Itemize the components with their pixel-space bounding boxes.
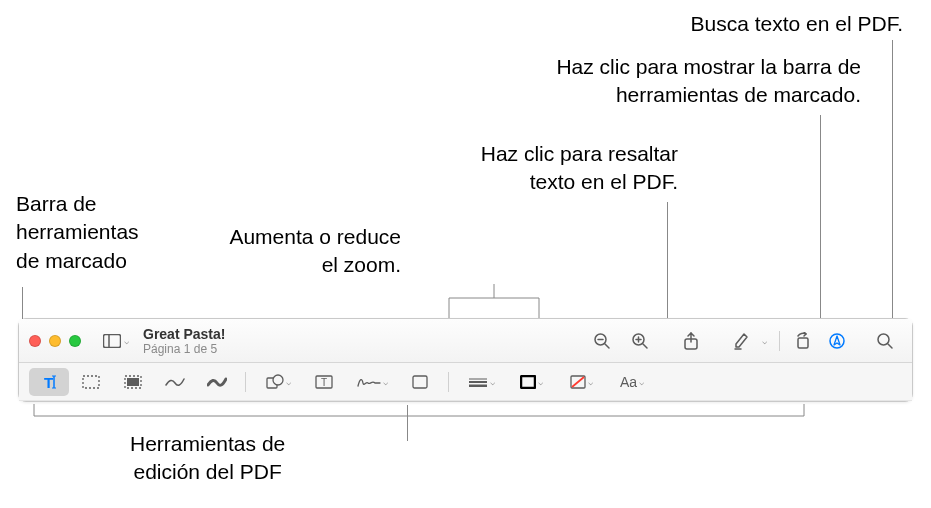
redact-tool[interactable] — [113, 368, 153, 396]
chevron-down-icon: ⌵ — [538, 377, 543, 387]
chevron-down-icon: ⌵ — [124, 336, 129, 346]
rotate-icon — [794, 332, 812, 350]
fill-color-icon — [570, 375, 586, 389]
markup-icon — [828, 332, 846, 350]
svg-line-6 — [643, 344, 647, 348]
border-color-icon — [520, 375, 536, 389]
zoom-out-icon — [593, 332, 611, 350]
svg-rect-31 — [521, 376, 535, 388]
sketch-icon — [165, 375, 185, 389]
sketch-tool[interactable] — [155, 368, 195, 396]
search-button[interactable] — [868, 327, 902, 355]
preview-window: ⌵ Great Pasta! Página 1 de 5 — [18, 318, 913, 402]
draw-icon — [207, 375, 227, 389]
zoom-out-button[interactable] — [585, 327, 619, 355]
leader-markup — [820, 115, 821, 323]
note-icon — [412, 375, 428, 389]
callout-highlight: Haz clic para resaltar texto en el PDF. — [481, 140, 678, 197]
shapes-icon — [266, 374, 284, 390]
svg-text:T: T — [321, 377, 327, 388]
zoom-in-button[interactable] — [623, 327, 657, 355]
rotate-button[interactable] — [786, 327, 820, 355]
leader-highlight — [667, 202, 668, 323]
document-title: Great Pasta! — [143, 326, 225, 342]
chevron-down-icon: ⌵ — [286, 377, 291, 387]
callout-zoom: Aumenta o reduce el zoom. — [229, 223, 401, 280]
svg-rect-27 — [413, 376, 427, 388]
redact-icon — [124, 375, 142, 389]
line-style-icon — [468, 377, 488, 387]
svg-line-33 — [572, 377, 584, 387]
textbox-tool[interactable]: T — [304, 368, 344, 396]
shapes-tool[interactable]: ⌵ — [254, 368, 302, 396]
svg-rect-22 — [127, 378, 139, 386]
zoom-in-icon — [631, 332, 649, 350]
search-icon — [876, 332, 894, 350]
text-select-tool[interactable]: T — [29, 368, 69, 396]
svg-text:T: T — [44, 374, 53, 390]
callout-edit-tools: Herramientas de edición del PDF — [130, 430, 285, 487]
document-title-block: Great Pasta! Página 1 de 5 — [143, 326, 225, 356]
note-tool[interactable] — [400, 368, 440, 396]
chevron-down-icon: ⌵ — [639, 377, 644, 387]
callout-search: Busca texto en el PDF. — [691, 10, 903, 38]
font-icon: Aa — [620, 374, 637, 390]
share-button[interactable] — [675, 327, 707, 355]
svg-rect-0 — [104, 334, 121, 347]
chevron-down-icon: ⌵ — [490, 377, 495, 387]
textbox-icon: T — [315, 375, 333, 389]
svg-line-15 — [888, 344, 892, 348]
draw-tool[interactable] — [197, 368, 237, 396]
border-color-tool[interactable]: ⌵ — [507, 368, 555, 396]
separator — [779, 331, 780, 351]
traffic-lights — [29, 335, 81, 347]
text-cursor-icon: T — [40, 374, 58, 390]
sidebar-toggle[interactable]: ⌵ — [95, 327, 137, 355]
chevron-down-icon[interactable]: ⌵ — [762, 336, 767, 346]
page-status: Página 1 de 5 — [143, 342, 225, 356]
separator — [448, 372, 449, 392]
svg-point-24 — [273, 375, 283, 385]
close-button[interactable] — [29, 335, 41, 347]
separator — [245, 372, 246, 392]
text-style-tool[interactable]: Aa ⌵ — [607, 368, 657, 396]
chevron-down-icon: ⌵ — [383, 377, 388, 387]
minimize-button[interactable] — [49, 335, 61, 347]
svg-point-14 — [878, 334, 889, 345]
chevron-down-icon: ⌵ — [588, 377, 593, 387]
edit-tools-bracket — [34, 404, 804, 424]
sign-tool[interactable]: ⌵ — [346, 368, 398, 396]
rect-select-icon — [82, 375, 100, 389]
highlighter-icon — [733, 332, 751, 350]
sidebar-icon — [103, 334, 121, 348]
svg-rect-20 — [83, 376, 99, 388]
highlight-button[interactable] — [725, 327, 759, 355]
zoom-group — [585, 327, 657, 355]
share-icon — [683, 332, 699, 350]
svg-line-3 — [605, 344, 609, 348]
fill-color-tool[interactable]: ⌵ — [557, 368, 605, 396]
signature-icon — [357, 375, 381, 389]
markup-toggle-button[interactable] — [820, 327, 854, 355]
leader-search — [892, 40, 893, 323]
titlebar: ⌵ Great Pasta! Página 1 de 5 — [19, 319, 912, 363]
svg-rect-12 — [798, 338, 808, 348]
callout-markup-bar: Barra de herramientas de marcado — [16, 190, 139, 275]
markup-toolbar: T — [19, 363, 912, 401]
rect-select-tool[interactable] — [71, 368, 111, 396]
shape-style-tool[interactable]: ⌵ — [457, 368, 505, 396]
maximize-button[interactable] — [69, 335, 81, 347]
callout-markup-toggle: Haz clic para mostrar la barra de herram… — [556, 53, 861, 110]
